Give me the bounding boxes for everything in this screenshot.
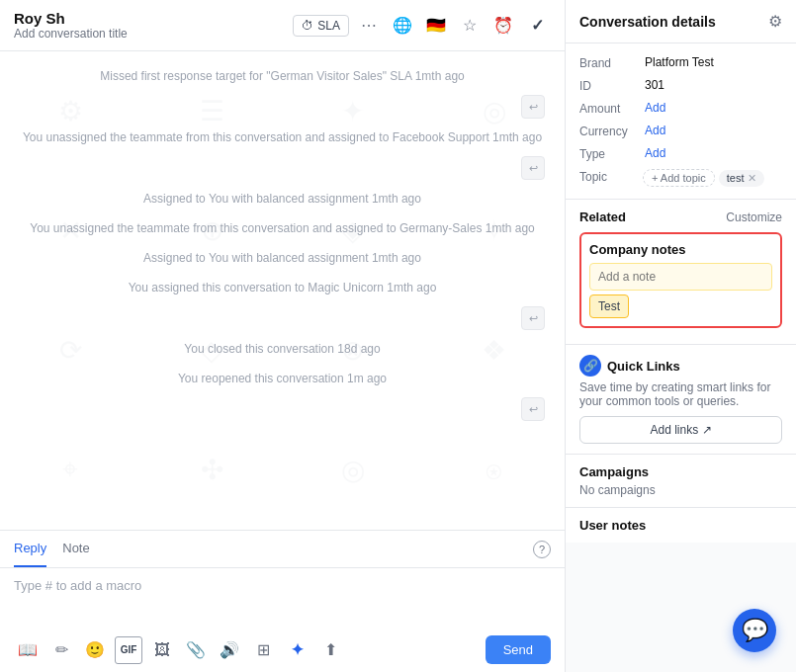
- related-header: Related Customize: [579, 210, 782, 224]
- add-links-button[interactable]: Add links ↗: [579, 416, 782, 444]
- conversation-title-placeholder[interactable]: Add conversation title: [14, 27, 285, 41]
- resolve-button[interactable]: ✓: [523, 12, 551, 40]
- currency-row: Currency Add: [579, 120, 782, 142]
- company-note-input[interactable]: [589, 263, 772, 291]
- wm-14: ✣: [141, 410, 283, 530]
- right-panel: Conversation details ⚙ Brand Platform Te…: [566, 0, 796, 672]
- gif-icon[interactable]: GIF: [115, 636, 142, 664]
- type-add[interactable]: Add: [645, 146, 665, 160]
- brand-value: Platform Test: [645, 55, 714, 69]
- type-row: Type Add: [579, 142, 782, 165]
- ql-header: 🔗 Quick Links: [579, 355, 782, 377]
- send-button[interactable]: Send: [486, 635, 551, 664]
- type-label: Type: [579, 146, 639, 161]
- campaigns-section: Campaigns No campaigns: [566, 455, 796, 508]
- currency-label: Currency: [579, 124, 639, 138]
- emoji-icon[interactable]: 🙂: [81, 636, 109, 664]
- contact-name: Roy Sh: [14, 10, 285, 27]
- amount-add[interactable]: Add: [645, 101, 665, 115]
- event-6: You assigned this conversation to Magic …: [20, 273, 545, 302]
- header-info: Roy Sh Add conversation title: [14, 10, 285, 41]
- more-tools-icon[interactable]: ⊞: [249, 636, 277, 664]
- event-8: You reopened this conversation 1m ago: [20, 364, 545, 393]
- attachment-icon[interactable]: 📎: [182, 636, 210, 664]
- event-1: Missed first response target for "German…: [20, 61, 545, 91]
- reply-toolbar: 📖 ✏ 🙂 GIF 🖼 📎 🔊 ⊞ ✦ ⬆ Send: [0, 628, 565, 672]
- add-topic-button[interactable]: + Add topic: [643, 169, 715, 187]
- help-icon[interactable]: ?: [533, 541, 551, 558]
- event-5: Assigned to You with balanced assignment…: [20, 243, 545, 273]
- topic-tag: test ✕: [719, 170, 765, 187]
- user-notes-title: User notes: [579, 518, 782, 533]
- id-row: ID 301: [579, 74, 782, 97]
- currency-add[interactable]: Add: [645, 124, 665, 137]
- header-actions: ⏱ SLA ⋯ 🌐 🇩🇪 ☆ ⏰ ✓: [293, 12, 551, 40]
- wm-16: ⍟: [423, 410, 565, 530]
- event-4: You unassigned the teammate from this co…: [20, 213, 545, 243]
- wm-15: ◎: [283, 410, 424, 530]
- event-icon-3: ↩: [521, 306, 545, 330]
- audio-icon[interactable]: 🔊: [216, 636, 243, 664]
- more-menu-button[interactable]: ⋯: [355, 12, 383, 40]
- chat-fab[interactable]: 💬: [733, 609, 776, 652]
- conversation-area: ⚙ ☰ ✦ ◎ ✕ ⊕ ◈ ✧ ⟳ ◇ ⊗ ❖ ⌖ ✣ ◎ ⍟ Missed f…: [0, 51, 565, 530]
- flag-icon[interactable]: 🇩🇪: [422, 12, 450, 40]
- amount-row: Amount Add: [579, 97, 782, 120]
- company-note-tag[interactable]: Test: [589, 294, 629, 318]
- campaigns-title: Campaigns: [579, 464, 782, 479]
- amount-label: Amount: [579, 101, 639, 116]
- globe-icon[interactable]: 🌐: [389, 12, 416, 40]
- brand-row: Brand Platform Test: [579, 51, 782, 74]
- image-icon[interactable]: 🖼: [148, 636, 176, 664]
- ql-title: Quick Links: [607, 359, 680, 374]
- event-icon-4: ↩: [521, 397, 545, 421]
- event-2: You unassigned the teammate from this co…: [20, 123, 545, 152]
- quick-links-section: 🔗 Quick Links Save time by creating smar…: [566, 345, 796, 455]
- reply-input[interactable]: Type # to add a macro: [0, 568, 565, 628]
- id-label: ID: [579, 78, 639, 93]
- campaigns-empty: No campaigns: [579, 483, 782, 497]
- clock-icon: ⏱: [302, 19, 313, 33]
- sla-badge[interactable]: ⏱ SLA: [293, 15, 349, 37]
- conversation-header: Roy Sh Add conversation title ⏱ SLA ⋯ 🌐 …: [0, 0, 565, 51]
- book-icon[interactable]: 📖: [14, 636, 42, 664]
- reply-area: Reply Note ? Type # to add a macro 📖 ✏ 🙂…: [0, 530, 565, 672]
- topic-label: Topic: [579, 169, 639, 184]
- wm-13: ⌖: [0, 410, 141, 530]
- signature-icon[interactable]: ✏: [47, 636, 75, 664]
- snooze-icon[interactable]: ⏰: [489, 12, 517, 40]
- ql-description: Save time by creating smart links for yo…: [579, 380, 782, 408]
- star-icon[interactable]: ☆: [456, 12, 484, 40]
- event-icon-2: ↩: [521, 156, 545, 180]
- brand-label: Brand: [579, 55, 639, 70]
- event-3: Assigned to You with balanced assignment…: [20, 184, 545, 213]
- id-value: 301: [645, 78, 664, 92]
- right-panel-header: Conversation details ⚙: [566, 0, 796, 43]
- related-title: Related: [579, 210, 626, 224]
- topic-tag-label: test: [727, 172, 745, 184]
- customize-link[interactable]: Customize: [726, 210, 782, 224]
- ql-icon: 🔗: [579, 355, 601, 377]
- company-notes-title: Company notes: [589, 242, 772, 257]
- topic-remove-icon[interactable]: ✕: [748, 172, 756, 185]
- topic-row: Topic + Add topic test ✕: [579, 165, 782, 191]
- conversation-details: Brand Platform Test ID 301 Amount Add Cu…: [566, 43, 796, 200]
- arrow-icon[interactable]: ⬆: [316, 636, 344, 664]
- related-section: Related Customize Company notes Test: [566, 200, 796, 345]
- sla-label: SLA: [317, 19, 340, 33]
- company-notes-card: Company notes Test: [579, 232, 782, 328]
- reply-tabs: Reply Note ?: [0, 531, 565, 568]
- event-7: You closed this conversation 18d ago: [20, 334, 545, 364]
- tab-note[interactable]: Note: [62, 531, 89, 567]
- settings-icon[interactable]: ⚙: [768, 12, 782, 31]
- ai-icon[interactable]: ✦: [283, 636, 310, 664]
- user-notes-section: User notes: [566, 508, 796, 543]
- right-panel-title: Conversation details: [579, 14, 716, 30]
- event-icon-1: ↩: [521, 95, 545, 119]
- tab-reply[interactable]: Reply: [14, 531, 46, 567]
